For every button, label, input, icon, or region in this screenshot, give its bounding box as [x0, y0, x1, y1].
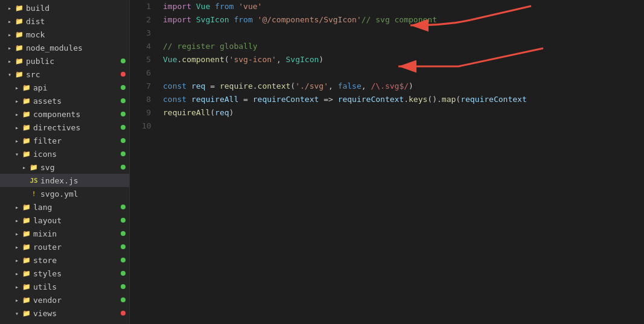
sidebar-item-lang[interactable]: ▸ 📁 lang	[0, 200, 129, 214]
status-dot	[121, 59, 126, 63]
token-fn: map	[442, 95, 456, 104]
token-punc: ().	[427, 95, 441, 104]
sidebar-item-filter[interactable]: ▸ 📁 filter	[0, 134, 129, 147]
item-label: lang	[33, 203, 121, 212]
folder-icon: 📁	[22, 270, 31, 278]
token-str: 'vue'	[238, 2, 262, 11]
status-dot	[121, 271, 126, 276]
code-line	[163, 119, 644, 133]
folder-icon: 📁	[22, 283, 31, 291]
status-dot	[121, 218, 126, 223]
item-label: public	[26, 57, 121, 66]
token-punc	[248, 95, 253, 104]
folder-icon: 📁	[22, 84, 31, 92]
sidebar-item-build[interactable]: ▸ 📁 build	[0, 1, 129, 14]
sidebar-item-mixin[interactable]: ▸ 📁 mixin	[0, 227, 129, 240]
sidebar-item-directives[interactable]: ▸ 📁 directives	[0, 121, 129, 134]
line-number: 3	[142, 27, 151, 40]
item-label: filter	[33, 136, 121, 145]
token-punc: (	[290, 81, 295, 91]
token-str: '@/components/SvgIcon'	[258, 15, 362, 24]
item-label: components	[33, 110, 121, 119]
sidebar-item-views[interactable]: ▾ 📁 views	[0, 307, 129, 320]
token-var: requireContext	[253, 95, 319, 104]
item-label: store	[33, 256, 121, 265]
status-dot	[121, 165, 126, 170]
token-punc	[191, 2, 196, 11]
chevron-right-icon: ▸	[12, 84, 22, 91]
chevron-right-icon: ▸	[12, 138, 22, 144]
sidebar-item-dist[interactable]: ▸ 📁 dist	[0, 14, 129, 28]
token-kw2: import	[163, 2, 191, 11]
item-label: layout	[33, 216, 121, 225]
item-label: directives	[33, 123, 121, 132]
status-dot	[121, 205, 126, 209]
sidebar-item-components[interactable]: ▸ 📁 components	[0, 107, 129, 121]
token-fn: requireAll	[163, 108, 210, 117]
code-line	[163, 27, 644, 40]
chevron-right-icon: ▸	[12, 230, 22, 237]
status-dot	[121, 258, 126, 262]
sidebar-item-assets[interactable]: ▸ 📁 assets	[0, 94, 129, 107]
item-label: dist	[26, 17, 129, 26]
sidebar-item-store[interactable]: ▸ 📁 store	[0, 253, 129, 267]
item-label: src	[26, 70, 121, 79]
sidebar-item-public[interactable]: ▸ 📁 public	[0, 54, 129, 68]
line-number: 1	[142, 0, 151, 13]
token-punc: .	[404, 95, 409, 104]
status-dot	[121, 284, 126, 289]
item-label: build	[26, 4, 129, 13]
sidebar-item-api[interactable]: ▸ 📁 api	[0, 81, 129, 94]
chevron-down-icon: ▾	[12, 151, 22, 157]
chevron-right-icon: ▸	[12, 284, 22, 290]
token-punc: (	[456, 95, 461, 104]
sidebar-item-src[interactable]: ▾ 📁 src	[0, 68, 129, 81]
token-rx: /\.svg$/	[371, 81, 409, 91]
folder-icon: 📁	[22, 203, 31, 211]
folder-icon: 📁	[22, 230, 31, 238]
token-punc: ,	[328, 81, 338, 91]
token-punc: .	[253, 81, 258, 91]
line-number: 6	[142, 66, 151, 80]
token-punc	[187, 95, 191, 104]
folder-icon: 📁	[14, 44, 24, 52]
sidebar-item-svgo.yml[interactable]: ! svgo.yml	[0, 187, 129, 200]
code-line	[163, 66, 644, 80]
token-op: =	[210, 81, 215, 91]
status-dot	[121, 231, 126, 236]
token-kw: from	[215, 2, 234, 11]
sidebar-item-icons[interactable]: ▾ 📁 icons	[0, 147, 129, 160]
item-label: assets	[33, 97, 121, 106]
token-punc: ,	[276, 55, 286, 64]
folder-icon: 📁	[14, 31, 24, 39]
folder-icon: 📁	[22, 150, 31, 158]
sidebar-item-utils[interactable]: ▸ 📁 utils	[0, 280, 129, 293]
token-str: 'svg-icon'	[229, 55, 276, 64]
code-editor: 12345678910	[130, 0, 644, 324]
token-str: './svg'	[295, 81, 328, 91]
token-cls: SvgIcon	[286, 55, 319, 64]
line-number: 2	[142, 13, 151, 27]
sidebar-item-index.js[interactable]: JS index.js	[0, 174, 129, 187]
token-punc: ,	[362, 81, 371, 91]
yaml-file-icon: !	[29, 190, 39, 198]
sidebar-item-mock[interactable]: ▸ 📁 mock	[0, 28, 129, 41]
token-punc: )	[229, 108, 234, 117]
sidebar-item-layout[interactable]: ▸ 📁 layout	[0, 214, 129, 227]
sidebar-item-router[interactable]: ▸ 📁 router	[0, 240, 129, 253]
status-dot	[121, 112, 126, 116]
sidebar-item-vendor[interactable]: ▸ 📁 vendor	[0, 293, 129, 307]
sidebar-item-node_modules[interactable]: ▸ 📁 node_modules	[0, 41, 129, 54]
token-kw: from	[234, 15, 252, 24]
line-number: 9	[142, 106, 151, 119]
sidebar-item-styles[interactable]: ▸ 📁 styles	[0, 267, 129, 280]
item-label: svg	[40, 163, 121, 172]
token-punc	[215, 81, 220, 91]
chevron-right-icon: ▸	[5, 31, 14, 38]
code-line: requireAll(req)	[163, 106, 644, 119]
folder-icon: 📁	[14, 71, 24, 78]
chevron-down-icon: ▾	[12, 310, 22, 317]
sidebar-item-svg[interactable]: ▸ 📁 svg	[0, 160, 129, 174]
chevron-right-icon: ▸	[12, 270, 22, 277]
folder-icon: 📁	[14, 4, 24, 12]
